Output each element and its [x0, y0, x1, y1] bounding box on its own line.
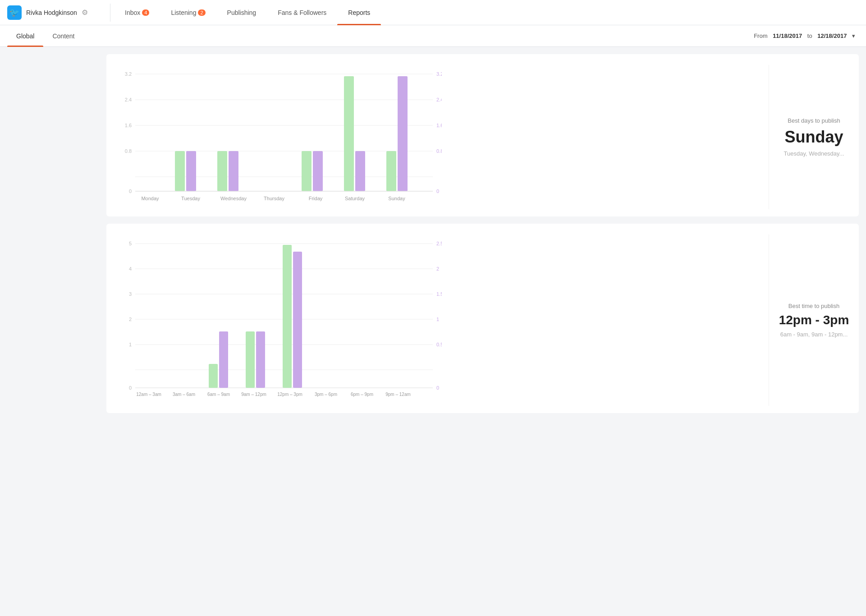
svg-text:Monday: Monday	[141, 196, 159, 201]
svg-text:3.2: 3.2	[125, 71, 132, 77]
bar-12pm-purple	[293, 252, 302, 388]
best-time-label: Best time to publish	[788, 303, 839, 309]
chart-days-bars: 3.2 2.4 1.6 0.8 0 3.2 2.4 1.6 0.8 0	[117, 65, 442, 209]
svg-text:0.8: 0.8	[125, 148, 132, 154]
svg-text:1.5: 1.5	[436, 291, 442, 297]
nav-divider	[110, 4, 110, 22]
svg-text:2.4: 2.4	[125, 97, 132, 102]
tab-global[interactable]: Global	[7, 25, 43, 47]
bar-6am-green	[209, 364, 218, 388]
svg-text:0: 0	[129, 385, 132, 391]
top-nav: 🐦 Rivka Hodgkinson ⚙ Inbox 4 Listening 2…	[0, 0, 866, 25]
bar-sunday-purple	[398, 76, 408, 191]
chart-time-svg-container: 5 4 3 2 1 0 2.5 2 1.5 1 0.5 0	[117, 234, 761, 406]
bar-9am-purple	[256, 331, 265, 388]
svg-text:0: 0	[436, 385, 439, 391]
bar-saturday-green	[344, 76, 354, 191]
svg-text:3: 3	[129, 291, 132, 297]
chevron-down-icon: ▾	[852, 32, 855, 39]
best-days-secondary: Tuesday, Wednesday...	[784, 150, 844, 157]
svg-text:1.6: 1.6	[436, 123, 442, 128]
svg-text:Saturday: Saturday	[345, 196, 365, 201]
inbox-badge: 4	[142, 9, 149, 16]
content-area: 3.2 2.4 1.6 0.8 0 3.2 2.4 1.6 0.8 0	[99, 47, 866, 616]
svg-text:12pm – 3pm: 12pm – 3pm	[277, 392, 302, 397]
svg-text:Thursday: Thursday	[264, 196, 284, 201]
svg-text:3pm – 6pm: 3pm – 6pm	[315, 392, 337, 397]
bar-tuesday-green	[175, 151, 185, 191]
svg-text:Tuesday: Tuesday	[181, 196, 200, 201]
nav-tab-fans-followers[interactable]: Fans & Followers	[267, 0, 337, 25]
chart-time: 5 4 3 2 1 0 2.5 2 1.5 1 0.5 0	[106, 224, 859, 413]
bar-wednesday-purple	[229, 151, 238, 191]
chart-days-insight: Best days to publish Sunday Tuesday, Wed…	[769, 65, 859, 209]
nav-tab-publishing[interactable]: Publishing	[216, 0, 267, 25]
best-days-label: Best days to publish	[788, 117, 840, 124]
svg-text:Friday: Friday	[309, 196, 323, 201]
listening-badge: 2	[198, 9, 205, 16]
svg-text:4: 4	[129, 266, 132, 271]
best-time-primary: 12pm - 3pm	[779, 313, 849, 327]
svg-text:5: 5	[129, 241, 132, 246]
chart-time-bars: 5 4 3 2 1 0 2.5 2 1.5 1 0.5 0	[117, 234, 442, 406]
bar-9am-green	[246, 331, 255, 388]
nav-tab-reports[interactable]: Reports	[337, 0, 381, 25]
nav-tab-inbox[interactable]: Inbox 4	[114, 0, 160, 25]
svg-text:9pm – 12am: 9pm – 12am	[385, 392, 411, 397]
bar-sunday-green	[386, 151, 396, 191]
chart-time-insight: Best time to publish 12pm - 3pm 6am - 9a…	[769, 234, 859, 406]
svg-text:3am – 6am: 3am – 6am	[173, 392, 195, 397]
svg-text:2: 2	[129, 317, 132, 322]
user-name: Rivka Hodgkinson	[26, 9, 77, 16]
svg-text:6am – 9am: 6am – 9am	[207, 392, 230, 397]
svg-text:2.4: 2.4	[436, 97, 442, 102]
svg-text:6pm – 9pm: 6pm – 9pm	[351, 392, 373, 397]
sub-tabs: Global Content From 11/18/2017 to 12/18/…	[0, 25, 866, 47]
chart-days-wrapper: 3.2 2.4 1.6 0.8 0 3.2 2.4 1.6 0.8 0	[106, 65, 769, 209]
brand-area: 🐦 Rivka Hodgkinson ⚙	[7, 5, 106, 20]
date-range-picker[interactable]: From 11/18/2017 to 12/18/2017 ▾	[754, 32, 866, 39]
bar-6am-purple	[219, 331, 228, 388]
tab-content[interactable]: Content	[43, 25, 83, 47]
svg-text:1: 1	[129, 342, 132, 347]
main-content: 3.2 2.4 1.6 0.8 0 3.2 2.4 1.6 0.8 0	[0, 47, 866, 616]
svg-text:0.5: 0.5	[436, 342, 442, 347]
bar-saturday-purple	[355, 151, 365, 191]
bar-friday-green	[302, 151, 312, 191]
sidebar	[0, 47, 99, 616]
svg-text:2.5: 2.5	[436, 241, 442, 246]
twitter-icon: 🐦	[7, 5, 22, 20]
svg-text:Wednesday: Wednesday	[220, 196, 247, 201]
svg-text:1: 1	[436, 317, 439, 322]
gear-icon[interactable]: ⚙	[82, 8, 88, 17]
nav-tabs: Inbox 4 Listening 2 Publishing Fans & Fo…	[114, 0, 381, 25]
svg-text:12am – 3am: 12am – 3am	[136, 392, 161, 397]
svg-text:9am – 12pm: 9am – 12pm	[241, 392, 266, 397]
chart-days-svg-container: 3.2 2.4 1.6 0.8 0 3.2 2.4 1.6 0.8 0	[117, 65, 761, 209]
bar-tuesday-purple	[186, 151, 196, 191]
svg-text:0.8: 0.8	[436, 148, 442, 154]
chart-days: 3.2 2.4 1.6 0.8 0 3.2 2.4 1.6 0.8 0	[106, 54, 859, 216]
chart-time-wrapper: 5 4 3 2 1 0 2.5 2 1.5 1 0.5 0	[106, 234, 769, 406]
svg-text:Sunday: Sunday	[388, 196, 405, 201]
svg-text:0: 0	[436, 188, 439, 194]
best-days-primary: Sunday	[784, 128, 843, 147]
svg-text:1.6: 1.6	[125, 123, 132, 128]
bar-friday-purple	[313, 151, 323, 191]
svg-text:0: 0	[129, 188, 132, 194]
nav-tab-listening[interactable]: Listening 2	[160, 0, 216, 25]
best-time-secondary: 6am - 9am, 9am - 12pm...	[780, 331, 848, 338]
svg-text:2: 2	[436, 266, 439, 271]
svg-text:3.2: 3.2	[436, 71, 442, 77]
bar-wednesday-green	[217, 151, 227, 191]
bar-12pm-green	[283, 245, 292, 388]
